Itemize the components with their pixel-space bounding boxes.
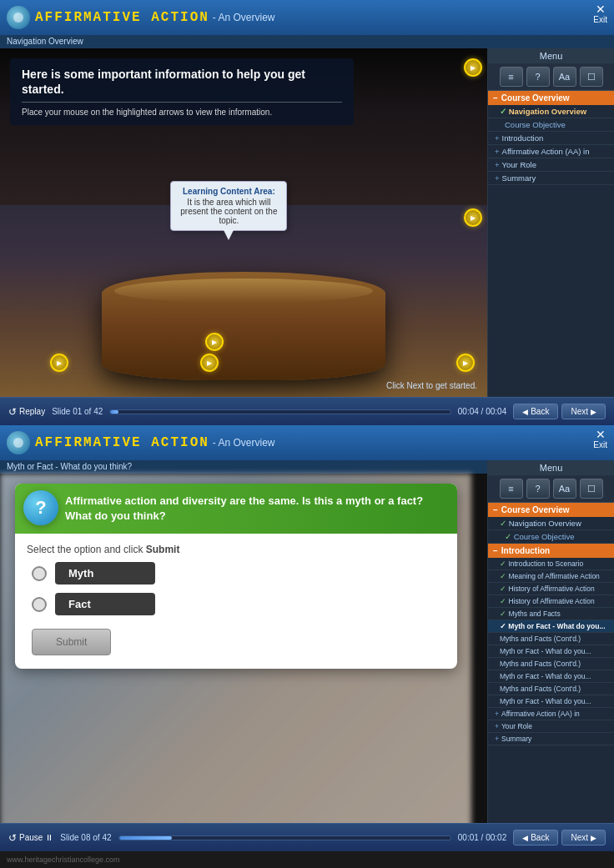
slide2-next-label: Next bbox=[571, 833, 588, 842]
info-instruction: Place your mouse on the highlighted arro… bbox=[22, 108, 342, 117]
submit-button[interactable]: Submit bbox=[32, 629, 111, 655]
tooltip-arrow bbox=[224, 230, 234, 240]
progress-bar bbox=[109, 409, 451, 414]
sidebar-summary-section[interactable]: Summary bbox=[488, 172, 614, 185]
slide2-myth-fact-2[interactable]: Myth or Fact - What do you... bbox=[488, 645, 614, 658]
slide2-progress-fill bbox=[119, 836, 173, 840]
slide2-history-aa-1[interactable]: History of Affirmative Action bbox=[488, 583, 614, 595]
slide2-myths-facts-cont1[interactable]: Myths and Facts (Cont'd.) bbox=[488, 633, 614, 645]
slide2-sidebar-icon-text[interactable]: Aa bbox=[553, 479, 576, 499]
sidebar2: Menu ≡ ? Aa ☐ Course Overview Navigation… bbox=[487, 460, 614, 840]
sidebar-icon-row: ≡ ? Aa ☐ bbox=[488, 63, 614, 91]
slide2-intro-scenario[interactable]: Introduction to Scenario bbox=[488, 558, 614, 570]
slide2-header-title: AFFIRMATIVE ACTION bbox=[35, 435, 209, 450]
slide2-course-overview-section[interactable]: Course Overview bbox=[488, 503, 614, 517]
conference-table bbox=[102, 272, 385, 380]
menu-header: Menu bbox=[488, 48, 614, 63]
slide2-myths-facts-cont2[interactable]: Myths and Facts (Cont'd.) bbox=[488, 658, 614, 670]
tooltip-body: It is the area which will present the co… bbox=[179, 198, 278, 225]
slide2-back-button[interactable]: Back bbox=[513, 830, 558, 845]
pause-icon: ⏸ bbox=[45, 833, 53, 842]
slide2-course-objective[interactable]: Course Objective bbox=[488, 530, 614, 544]
next-label: Next bbox=[571, 407, 588, 416]
fact-label: Fact bbox=[55, 593, 155, 615]
slide-counter: Slide 01 of 42 bbox=[52, 407, 103, 416]
sidebar-icon-notes[interactable]: ☐ bbox=[580, 67, 603, 87]
slide2-time-display: 00:01 / 00:02 bbox=[458, 833, 506, 842]
question-bubble-icon: ? bbox=[23, 490, 58, 525]
sidebar1: Menu ≡ ? Aa ☐ Course Overview Navigation… bbox=[487, 48, 614, 397]
slide2-progress-bar bbox=[118, 835, 451, 840]
title-highlight: AFFIRMATIVE ACTION bbox=[35, 10, 209, 25]
nav-arrow-bottom-right[interactable] bbox=[456, 354, 475, 372]
slide2-logo-icon bbox=[7, 431, 30, 454]
slide2-exit-label: Exit bbox=[593, 440, 607, 449]
slide2-sidebar-icon-list[interactable]: ≡ bbox=[500, 479, 523, 499]
slide2-header: AFFIRMATIVE ACTION - An Overview ✕ Exit bbox=[0, 425, 614, 460]
option-fact[interactable]: Fact bbox=[32, 593, 440, 615]
slide2-your-role-section[interactable]: Your Role bbox=[488, 720, 614, 733]
slide2-sidebar-icon-notes[interactable]: ☐ bbox=[580, 479, 603, 499]
slide2-meaning-aa[interactable]: Meaning of Affirmative Action bbox=[488, 570, 614, 583]
slide2-summary-section[interactable]: Summary bbox=[488, 733, 614, 745]
nav-arrow-center[interactable] bbox=[205, 333, 224, 351]
slide2-myths-facts[interactable]: Myths and Facts bbox=[488, 608, 614, 620]
divider bbox=[22, 102, 342, 103]
slide2-sidebar-icon-help[interactable]: ? bbox=[526, 479, 550, 499]
slide2-bottom-bar: Pause ⏸ Slide 08 of 42 00:01 / 00:02 Bac… bbox=[0, 823, 614, 851]
replay-button[interactable]: Replay bbox=[8, 406, 45, 418]
info-overlay: Here is some important information to he… bbox=[10, 58, 354, 125]
back-button[interactable]: Back bbox=[513, 404, 558, 419]
exit-button[interactable]: ✕ Exit bbox=[593, 3, 607, 24]
replay-label: Replay bbox=[19, 407, 45, 416]
slide2-myth-fact-4[interactable]: Myth or Fact - What do you... bbox=[488, 695, 614, 708]
sidebar-your-role-section[interactable]: Your Role bbox=[488, 158, 614, 172]
option-myth[interactable]: Myth bbox=[32, 562, 440, 585]
quiz-question-bar: ? Affirmative action and diversity are t… bbox=[15, 484, 457, 534]
slide2-menu-header: Menu bbox=[488, 460, 614, 475]
conference-room-bg: Here is some important information to he… bbox=[0, 48, 487, 397]
submit-instruction-bold: Submit bbox=[146, 544, 180, 555]
slide1: AFFIRMATIVE ACTION - An Overview ✕ Exit … bbox=[0, 0, 614, 425]
next-button[interactable]: Next bbox=[561, 404, 606, 419]
sidebar-icon-list[interactable]: ≡ bbox=[500, 67, 523, 87]
nav-arrow-bottom-left[interactable] bbox=[50, 354, 68, 372]
slide2-next-button[interactable]: Next bbox=[561, 830, 606, 845]
sidebar-item-nav-overview[interactable]: Navigation Overview bbox=[488, 105, 614, 118]
slide2-aa-section[interactable]: Affirmative Action (AA) in bbox=[488, 708, 614, 720]
slide1-bottom-bar: Replay Slide 01 of 42 00:04 / 00:04 Back… bbox=[0, 397, 614, 425]
slide1-main: Here is some important information to he… bbox=[0, 48, 614, 397]
slide2-back-label: Back bbox=[531, 833, 549, 842]
slide2-myth-fact-active[interactable]: ✓ Myth or Fact - What do you... bbox=[488, 620, 614, 633]
logo-icon bbox=[7, 6, 30, 29]
slide2-pause-button[interactable]: Pause ⏸ bbox=[8, 832, 53, 844]
nav-buttons: Back Next bbox=[513, 404, 606, 419]
sidebar-item-course-objective[interactable]: Course Objective bbox=[488, 118, 614, 132]
radio-myth[interactable] bbox=[32, 566, 47, 581]
time-display: 00:04 / 00:04 bbox=[458, 407, 506, 416]
sidebar-icon-help[interactable]: ? bbox=[526, 67, 550, 87]
slide2-close-icon: ✕ bbox=[596, 429, 606, 440]
nav-arrow-bottom-mid[interactable] bbox=[200, 354, 219, 372]
sidebar-icon-text[interactable]: Aa bbox=[553, 67, 576, 87]
sidebar-aa-section[interactable]: Affirmative Action (AA) in bbox=[488, 145, 614, 158]
slide2-history-aa-2[interactable]: History of Affirmative Action bbox=[488, 595, 614, 608]
radio-fact[interactable] bbox=[32, 597, 47, 612]
tooltip-title: Learning Content Area: bbox=[179, 187, 278, 196]
slide2-intro-section[interactable]: Introduction bbox=[488, 544, 614, 558]
sidebar-intro-section[interactable]: Introduction bbox=[488, 132, 614, 145]
slide2-myth-fact-3[interactable]: Myth or Fact - What do you... bbox=[488, 670, 614, 683]
slide2-myths-facts-cont3[interactable]: Myths and Facts (Cont'd.) bbox=[488, 683, 614, 695]
slide2: AFFIRMATIVE ACTION - An Overview ✕ Exit … bbox=[0, 425, 614, 868]
content-area: Here is some important information to he… bbox=[0, 48, 487, 397]
slide1-header: AFFIRMATIVE ACTION - An Overview ✕ Exit bbox=[0, 0, 614, 35]
myth-label: Myth bbox=[55, 562, 155, 585]
course-overview-section[interactable]: Course Overview bbox=[488, 91, 614, 105]
quiz-options: Myth Fact bbox=[15, 562, 457, 615]
quiz-question-text: Affirmative action and diversity are the… bbox=[65, 494, 445, 524]
nav-arrow-top-right[interactable] bbox=[464, 58, 482, 77]
slide2-nav-overview[interactable]: Navigation Overview bbox=[488, 517, 614, 530]
slide2-exit-button[interactable]: ✕ Exit bbox=[593, 429, 607, 449]
nav-arrow-mid-right[interactable] bbox=[464, 208, 482, 227]
back-label: Back bbox=[531, 407, 549, 416]
